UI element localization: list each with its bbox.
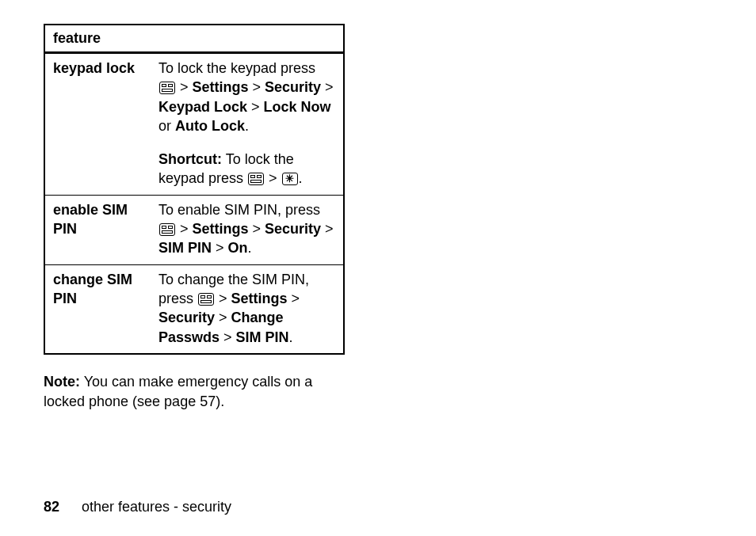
menu-key-icon (248, 173, 264, 185)
table-row: enable SIM PIN To enable SIM PIN, press … (44, 195, 344, 264)
feature-name: keypad lock (44, 53, 151, 196)
table-header-row: feature (44, 25, 344, 53)
gt: > (249, 79, 265, 95)
table-row: change SIM PIN To change the SIM PIN, pr… (44, 264, 344, 354)
menu-path: Settings (193, 221, 249, 237)
gt: > (215, 310, 231, 325)
page-footer: 82other features - security (44, 499, 231, 515)
feature-table: feature keypad lock To lock the keypad p… (44, 24, 345, 355)
gt: > (265, 170, 281, 186)
period: . (248, 240, 252, 256)
menu-path: Settings (193, 79, 249, 95)
gt: > (212, 240, 228, 256)
table-header: feature (44, 25, 344, 53)
menu-path: Security (265, 79, 321, 95)
menu-key-icon (159, 82, 175, 94)
gt: > (176, 221, 193, 237)
gt: > (321, 221, 334, 237)
period: . (289, 329, 293, 345)
feature-desc: To enable SIM PIN, press > Settings > Se… (151, 195, 344, 264)
menu-path: Auto Lock (175, 118, 245, 134)
menu-path: Security (158, 310, 215, 325)
period: . (245, 118, 249, 134)
feature-name: enable SIM PIN (44, 195, 151, 264)
menu-path: Keypad Lock (158, 99, 247, 115)
menu-key-icon (159, 223, 175, 236)
desc-text: To enable SIM PIN, press (158, 202, 320, 218)
feature-desc: To change the SIM PIN, press > Settings … (151, 264, 344, 354)
menu-key-icon (198, 293, 214, 306)
manual-page: feature keypad lock To lock the keypad p… (0, 0, 349, 412)
shortcut-label: Shortcut: (158, 151, 222, 167)
gt: > (247, 99, 264, 115)
table-row: keypad lock To lock the keypad press > S… (44, 53, 344, 143)
desc-text: or (158, 118, 175, 134)
menu-path: Security (265, 221, 321, 237)
star-key-icon (282, 173, 298, 185)
feature-name: change SIM PIN (44, 264, 151, 354)
gt: > (215, 291, 231, 306)
page-number: 82 (44, 499, 59, 515)
menu-path: SIM PIN (158, 240, 212, 256)
note-label: Note: (44, 374, 80, 390)
note-paragraph: Note: You can make emergency calls on a … (44, 372, 345, 412)
desc-text: To lock the keypad press (158, 60, 315, 76)
menu-path: Settings (231, 291, 288, 306)
period: . (299, 170, 303, 186)
gt: > (220, 329, 236, 345)
feature-desc: To lock the keypad press > Settings > Se… (151, 53, 344, 143)
gt: > (321, 79, 334, 95)
gt: > (176, 79, 193, 95)
gt: > (249, 221, 265, 237)
gt: > (288, 291, 300, 306)
menu-path: SIM PIN (236, 329, 289, 345)
menu-path: Lock Now (264, 99, 331, 115)
feature-shortcut: Shortcut: To lock the keypad press > . (151, 142, 344, 195)
note-text: You can make emergency calls on a locked… (44, 374, 312, 409)
menu-path: On (228, 240, 248, 256)
section-title: other features - security (82, 499, 231, 515)
